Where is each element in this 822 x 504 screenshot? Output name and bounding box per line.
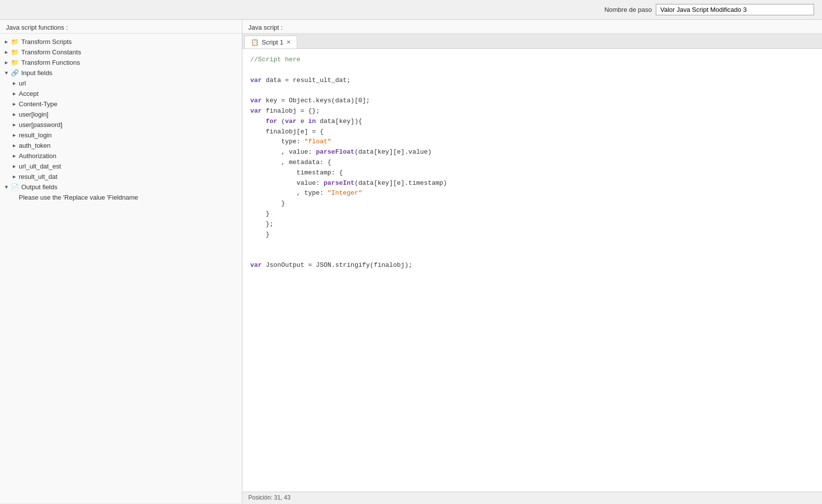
code-line: //Script here: [250, 55, 814, 65]
code-line: , metadata: {: [250, 158, 814, 168]
folder-icon: 📁: [11, 48, 19, 56]
code-string: "Integer": [327, 189, 362, 197]
code-line: type: "float": [250, 137, 814, 147]
output-icon: 📄: [11, 183, 19, 191]
arrow-icon: ►: [12, 81, 19, 86]
arrow-icon: ►: [12, 143, 19, 148]
code-normal: (: [277, 118, 285, 125]
step-name-input[interactable]: [656, 4, 814, 15]
tree-item-label: user[password]: [19, 121, 62, 128]
tree-item-label: Transform Functions: [21, 59, 80, 66]
code-keyword: var: [250, 261, 262, 269]
right-panel-title: Java script :: [248, 24, 282, 31]
tree-item-label: url: [19, 80, 26, 87]
tree-item-output-note[interactable]: Please use the 'Replace value 'Fieldname: [0, 192, 242, 203]
arrow-icon: ►: [12, 122, 19, 127]
tree: ►📁Transform Scripts►📁Transform Constants…: [0, 34, 242, 503]
right-panel: Java script : 📋 Script 1 ✕ //Script here…: [242, 20, 822, 503]
code-line: timestamp: {: [250, 168, 814, 178]
tree-item-label: Input fields: [21, 69, 52, 77]
left-panel-header: Java script functions :: [0, 20, 242, 34]
code-normal: finalobj = {};: [262, 107, 320, 115]
left-panel-title: Java script functions :: [6, 24, 68, 31]
tree-item-label: Please use the 'Replace value 'Fieldname: [19, 194, 138, 201]
input-icon: 🔗: [11, 69, 19, 77]
arrow-icon: ►: [12, 91, 19, 96]
tree-item-label: Authorization: [19, 152, 56, 160]
tree-item-input-fields[interactable]: ▼🔗Input fields: [0, 68, 242, 78]
tree-item-content-type[interactable]: ►Content-Type: [0, 99, 242, 109]
code-keyword: for: [266, 118, 277, 125]
code-keyword: in: [308, 118, 316, 125]
arrow-icon: ►: [4, 49, 11, 55]
tree-item-transform-functions[interactable]: ►📁Transform Functions: [0, 57, 242, 68]
left-panel: Java script functions : ►📁Transform Scri…: [0, 20, 242, 503]
code-normal: JsonOutput = JSON.stringify(finalobj);: [262, 261, 412, 269]
tab-icon: 📋: [251, 39, 259, 46]
tree-item-output-fields[interactable]: ▼📄Output fields: [0, 182, 242, 192]
code-line: [250, 65, 814, 76]
code-line: [250, 85, 814, 96]
tree-item-result-login[interactable]: ►result_login: [0, 130, 242, 140]
tab-bar: 📋 Script 1 ✕: [242, 34, 822, 49]
code-line: }: [250, 199, 814, 209]
tree-item-label: auth_token: [19, 142, 50, 149]
code-line: var JsonOutput = JSON.stringify(finalobj…: [250, 260, 814, 271]
tree-item-label: Transform Scripts: [21, 38, 72, 45]
code-line: var key = Object.keys(data)[0];: [250, 96, 814, 106]
code-builtin: parseInt: [323, 179, 354, 187]
tree-item-label: user[login]: [19, 111, 48, 118]
script-tab[interactable]: 📋 Script 1 ✕: [244, 36, 297, 48]
arrow-icon: ►: [4, 39, 11, 44]
code-normal: value:: [250, 179, 323, 187]
code-line: for (var e in data[key]){: [250, 117, 814, 127]
tree-item-authorization[interactable]: ►Authorization: [0, 151, 242, 161]
code-normal: key = Object.keys(data)[0];: [262, 97, 369, 104]
code-line: value: parseInt(data[key][e].timestamp): [250, 178, 814, 189]
tree-item-user-password[interactable]: ►user[password]: [0, 120, 242, 130]
code-keyword: var: [285, 118, 296, 125]
tree-item-auth-token[interactable]: ►auth_token: [0, 140, 242, 151]
folder-icon: 📁: [11, 38, 19, 45]
tree-item-label: Accept: [19, 90, 39, 97]
code-normal: (data[key][e].value): [355, 148, 432, 156]
tree-item-url[interactable]: ►url: [0, 78, 242, 88]
code-comment: //Script here: [250, 56, 300, 63]
tab-label: Script 1: [262, 39, 283, 46]
tree-item-result-ult-dat[interactable]: ►result_ult_dat: [0, 171, 242, 182]
top-bar: Nombre de paso: [0, 0, 822, 20]
arrow-icon: ►: [12, 132, 19, 138]
tree-item-label: Output fields: [21, 183, 57, 191]
tree-item-user-login[interactable]: ►user[login]: [0, 109, 242, 120]
code-normal: [250, 118, 266, 125]
tree-item-label: result_login: [19, 131, 52, 139]
code-normal: data[key]){: [316, 118, 363, 125]
code-normal: , type:: [250, 189, 327, 197]
arrow-icon: ►: [12, 153, 19, 159]
code-line: [250, 250, 814, 260]
code-keyword: var: [250, 97, 262, 104]
tree-item-transform-constants[interactable]: ►📁Transform Constants: [0, 47, 242, 57]
code-line: }: [250, 230, 814, 240]
tab-close-button[interactable]: ✕: [286, 39, 291, 45]
code-normal: e: [297, 118, 308, 125]
code-string: "float": [304, 138, 331, 145]
arrow-icon: ►: [4, 60, 11, 65]
tree-item-transform-scripts[interactable]: ►📁Transform Scripts: [0, 37, 242, 47]
tree-item-label: Transform Constants: [21, 48, 81, 56]
code-normal: (data[key][e].timestamp): [355, 179, 447, 187]
code-normal: type:: [250, 138, 304, 145]
arrow-icon: ►: [12, 112, 19, 117]
tree-item-url-ult-dat-est[interactable]: ►url_ult_dat_est: [0, 161, 242, 171]
arrow-icon: ▼: [4, 70, 11, 76]
code-normal: data = result_ult_dat;: [262, 77, 350, 84]
tree-item-label: result_ult_dat: [19, 173, 57, 180]
code-area[interactable]: //Script here var data = result_ult_dat;…: [242, 49, 822, 492]
status-bar: Posición: 31, 43: [242, 492, 822, 503]
code-keyword: var: [250, 107, 262, 115]
code-line: , type: "Integer": [250, 188, 814, 199]
code-line: };: [250, 219, 814, 230]
tree-item-accept[interactable]: ►Accept: [0, 88, 242, 99]
code-line: , value: parseFloat(data[key][e].value): [250, 147, 814, 158]
tree-item-label: Content-Type: [19, 100, 57, 108]
